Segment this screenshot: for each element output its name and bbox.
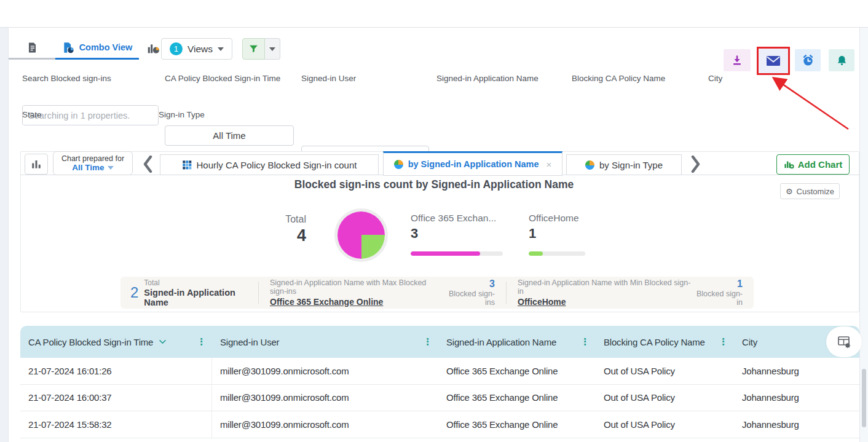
chart-tab-label: by Signed-in Application Name — [408, 159, 539, 169]
annotation-highlight-box — [757, 47, 790, 75]
chart-title: Blocked sign-ins count by Signed-in Appl… — [9, 178, 859, 191]
results-table: CA Policy Blocked Sign-in Time ⋮ Signed-… — [20, 326, 859, 442]
cell-application: Office 365 Exchange Online — [438, 411, 596, 438]
series-bar — [529, 251, 585, 256]
filter-funnel-icon — [248, 44, 259, 54]
cell-city: Johannesburg — [734, 358, 859, 384]
table-header: CA Policy Blocked Sign-in Time ⋮ Signed-… — [20, 326, 859, 358]
close-icon[interactable]: × — [546, 159, 552, 170]
grid-chart-icon — [182, 160, 192, 170]
summary-strip: 2 Total Signed-in Application Name Signe… — [120, 277, 754, 309]
add-chart-icon — [784, 159, 794, 170]
cell-user: miller@301099.onmicrosoft.com — [212, 411, 438, 438]
time-filter-dropdown[interactable]: All Time — [165, 125, 294, 146]
export-download-button[interactable] — [724, 49, 751, 71]
cell-policy: Out of USA Policy — [596, 411, 734, 438]
column-menu-icon[interactable]: ⋮ — [580, 336, 590, 347]
chart-prepared-for-dropdown[interactable]: Chart prepared for All Time — [53, 151, 133, 175]
series-name: OfficeHome — [529, 213, 585, 224]
combo-view-label: Combo View — [79, 42, 133, 52]
cell-application: Office 365 Exchange Online — [438, 385, 596, 411]
tab-combo-view[interactable]: Combo View — [55, 37, 139, 60]
alarm-clock-icon — [802, 54, 815, 67]
chart-tab-application-name[interactable]: by Signed-in Application Name × — [383, 151, 562, 176]
chart-tab-label: by Sign-in Type — [599, 160, 663, 170]
table-row[interactable]: 21-07-2024 16:00:37 miller@301099.onmicr… — [20, 385, 859, 412]
summary-min-link[interactable]: OfficeHome — [518, 297, 566, 307]
top-bar — [0, 0, 868, 28]
column-menu-icon[interactable]: ⋮ — [719, 336, 728, 347]
chart-total-kpi: Total 4 — [264, 214, 306, 245]
column-label: CA Policy Blocked Sign-in Time — [28, 337, 153, 347]
filter-label-signin-type: Sign-in Type — [159, 110, 205, 119]
cell-policy: Out of USA Policy — [596, 358, 734, 384]
filter-button[interactable] — [242, 38, 265, 60]
cell-time: 21-07-2024 16:01:26 — [20, 358, 212, 384]
summary-max-count: 3 — [443, 278, 495, 290]
tab-table-view[interactable] — [9, 37, 55, 60]
search-filter[interactable] — [22, 105, 159, 125]
column-settings-button[interactable] — [826, 326, 862, 357]
time-filter-label: CA Policy Blocked Sign-in Time — [165, 74, 280, 83]
email-report-button[interactable] — [759, 49, 788, 73]
chart-tab-signin-type[interactable]: by Sign-in Type — [566, 154, 682, 175]
chevron-right-icon — [691, 156, 701, 173]
combo-view-icon — [62, 41, 74, 54]
time-filter-value: All Time — [165, 130, 293, 141]
series-name: Office 365 Exchan... — [411, 213, 503, 224]
vertical-scrollbar[interactable] — [862, 369, 866, 427]
column-header-time[interactable]: CA Policy Blocked Sign-in Time ⋮ — [20, 326, 212, 358]
summary-total-label: Total — [144, 278, 258, 287]
column-header-user[interactable]: Signed-in User ⋮ — [212, 326, 438, 358]
chevron-down-icon — [108, 166, 114, 170]
cell-city: Johannesburg — [734, 411, 859, 438]
chart-tab-hourly[interactable]: Hourly CA Policy Blocked Sign-in count — [160, 154, 379, 175]
chart-tabs-prev-button[interactable] — [139, 152, 156, 176]
column-header-policy[interactable]: Blocking CA Policy Name ⋮ — [596, 326, 734, 358]
search-filter-label: Search Blocked sign-ins — [22, 74, 111, 83]
cell-application: Office 365 Exchange Online — [438, 358, 596, 384]
customize-label: Customize — [797, 187, 834, 196]
filter-dropdown-button[interactable] — [265, 38, 280, 60]
column-header-application[interactable]: Signed-in Application Name ⋮ — [438, 326, 596, 358]
summary-max-link[interactable]: Office 365 Exchange Online — [270, 297, 383, 307]
chevron-left-icon — [143, 156, 152, 173]
legend-item-exchange: Office 365 Exchan... 3 — [411, 213, 503, 256]
add-chart-button[interactable]: Add Chart — [776, 154, 850, 175]
legend-item-officehome: OfficeHome 1 — [529, 213, 585, 256]
filter-split-button[interactable] — [242, 38, 280, 60]
summary-min-count-label: Blocked sign-in — [692, 290, 743, 307]
filter-label-signed-in-user: Signed-in User — [301, 74, 356, 83]
column-menu-icon[interactable]: ⋮ — [423, 336, 432, 347]
table-row[interactable]: 21-07-2024 16:01:26 miller@301099.onmicr… — [20, 358, 859, 385]
search-input[interactable] — [23, 106, 158, 125]
cell-policy: Out of USA Policy — [596, 385, 734, 411]
download-icon — [731, 54, 743, 66]
chart-tabs-next-button[interactable] — [687, 152, 704, 176]
column-label: Blocking CA Policy Name — [604, 337, 705, 347]
schedule-button[interactable] — [795, 49, 821, 71]
customize-button[interactable]: ⚙ Customize — [780, 183, 840, 199]
add-chart-label: Add Chart — [798, 159, 843, 170]
column-label: Signed-in Application Name — [446, 337, 556, 347]
column-menu-icon[interactable]: ⋮ — [197, 336, 206, 347]
bar-chart-icon — [31, 159, 42, 170]
column-label: Signed-in User — [220, 337, 279, 347]
pie-chart-icon — [394, 160, 403, 169]
pie-chart[interactable] — [337, 211, 385, 259]
summary-total-name: Signed-in Application Name — [144, 288, 258, 307]
views-dropdown-button[interactable]: 1 Views — [161, 38, 232, 60]
document-icon — [26, 41, 38, 54]
filter-label-city: City — [708, 74, 722, 83]
total-value: 4 — [264, 226, 306, 245]
left-gutter — [0, 28, 9, 442]
cell-time: 21-07-2024 15:58:32 — [20, 411, 212, 438]
views-label: Views — [187, 44, 213, 55]
sort-descending-icon[interactable] — [159, 340, 166, 344]
series-value: 1 — [529, 226, 585, 242]
summary-max-count-label: Blocked sign-ins — [443, 290, 495, 307]
mail-icon — [766, 55, 781, 66]
alerts-button[interactable] — [829, 49, 854, 71]
table-row[interactable]: 21-07-2024 15:58:32 miller@301099.onmicr… — [20, 411, 859, 438]
chart-type-button[interactable] — [25, 154, 48, 175]
